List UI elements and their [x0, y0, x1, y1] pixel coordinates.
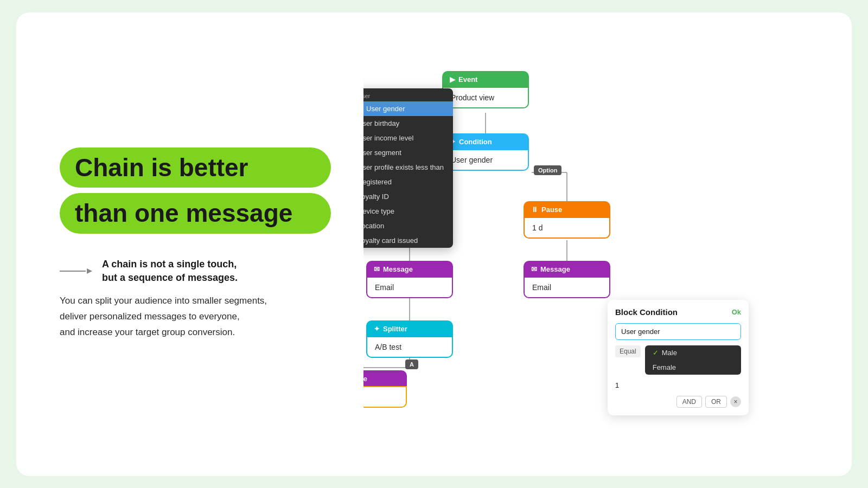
right-message-content: Email [532, 283, 551, 292]
event-icon: ▶ [450, 75, 455, 84]
bottom-message-node[interactable]: ⚠ Message Email [363, 370, 407, 408]
left-message-header: ✉ Message [366, 261, 453, 277]
chain-description: A chain is not a single touch,but a sequ… [60, 258, 331, 341]
block-condition-panel: Block Condition Ok User gender Equal ✓ M… [608, 300, 749, 415]
event-label: Event [458, 75, 477, 84]
headline-text-1: Chain is better [75, 153, 248, 182]
bc-logic-row: AND OR × [615, 396, 741, 408]
nodes-layer: ▶ Event Product view ✦ Condition User ge… [363, 12, 852, 476]
bc-num-value: 1 [615, 379, 619, 391]
user-dropdown[interactable]: User ✓ User gender User birthday User in… [363, 88, 453, 248]
headline-block: Chain is better than one message [60, 147, 331, 234]
condition-node-body: User gender [442, 149, 529, 171]
right-message-body: Email [524, 277, 610, 298]
body-description: You can split your audience into smaller… [60, 293, 331, 341]
bc-and-button[interactable]: AND [676, 396, 702, 408]
left-message-node[interactable]: ✉ Message Email [366, 261, 453, 298]
left-message-body: Email [366, 277, 453, 298]
dropdown-item-5[interactable]: Registered [363, 175, 453, 189]
dropdown-item-3[interactable]: User segment [363, 145, 453, 160]
bc-dropdown-item-male[interactable]: ✓ Male [645, 345, 741, 360]
right-pause-icon: ⏸ [531, 206, 538, 214]
splitter-body: A/B test [366, 336, 453, 358]
arrow-icon [60, 266, 92, 276]
dropdown-item-6[interactable]: Loyalty ID [363, 189, 453, 204]
bc-or-button[interactable]: OR [705, 396, 727, 408]
bottom-message-header: ⚠ Message [363, 370, 407, 386]
bc-close-button[interactable]: × [730, 396, 741, 407]
dropdown-item-1[interactable]: User birthday [363, 116, 453, 131]
bc-header: Block Condition Ok [615, 307, 741, 317]
event-content: Product view [451, 93, 494, 102]
splitter-content: A/B test [375, 343, 401, 351]
bc-title: Block Condition [615, 307, 678, 317]
right-message-header: ✉ Message [524, 261, 610, 277]
bc-operator-row: Equal ✓ Male Female [615, 345, 741, 375]
bc-ok-button[interactable]: Ok [732, 308, 741, 316]
option-label: Option [534, 165, 561, 175]
bold-description: A chain is not a single touch,but a sequ… [102, 258, 238, 285]
bc-operator: Equal [615, 345, 641, 357]
condition-content: User gender [451, 156, 493, 164]
dropdown-item-2[interactable]: User income level [363, 131, 453, 145]
left-message-content: Email [375, 283, 394, 292]
bottom-message-body: Email [363, 386, 407, 408]
splitter-header: ✦ Splitter [366, 320, 453, 336]
a-label: A [405, 359, 418, 369]
condition-label: Condition [459, 138, 492, 146]
left-panel: Chain is better than one message A chain… [16, 115, 363, 373]
check-icon-male: ✓ [653, 349, 659, 357]
splitter-label: Splitter [383, 325, 407, 333]
dropdown-section-label: User [363, 88, 453, 101]
bc-field-value: User gender [621, 328, 660, 336]
right-message-icon: ✉ [531, 265, 537, 273]
left-message-icon: ✉ [374, 265, 380, 273]
dropdown-item-9[interactable]: Loyalty card issued [363, 233, 453, 248]
splitter-icon: ✦ [374, 325, 380, 333]
right-pause-label: Pause [541, 206, 562, 214]
close-icon: × [733, 398, 737, 406]
bottom-message-label: Message [363, 375, 367, 383]
bc-field[interactable]: User gender [615, 323, 741, 340]
diagram-panel: ▶ Event Product view ✦ Condition User ge… [363, 12, 852, 476]
event-node[interactable]: ▶ Event Product view [442, 71, 529, 108]
event-node-body: Product view [442, 87, 529, 108]
main-card: Chain is better than one message A chain… [16, 12, 852, 476]
headline-line-1: Chain is better [60, 147, 331, 188]
arrow-text-row: A chain is not a single touch,but a sequ… [60, 258, 331, 285]
dropdown-item-0[interactable]: ✓ User gender [363, 101, 453, 116]
right-pause-node[interactable]: ⏸ Pause 1 d [524, 201, 610, 239]
condition-node[interactable]: ✦ Condition User gender [442, 133, 529, 171]
bc-value-dropdown[interactable]: ✓ Male Female [645, 345, 741, 375]
right-pause-content: 1 d [532, 223, 542, 232]
headline-text-2: than one message [75, 199, 292, 227]
dropdown-item-7[interactable]: Device type [363, 204, 453, 219]
bc-dropdown-item-female[interactable]: Female [645, 360, 741, 375]
right-message-label: Message [540, 265, 570, 273]
right-message-node[interactable]: ✉ Message Email [524, 261, 610, 298]
dropdown-item-8[interactable]: Location [363, 219, 453, 233]
right-pause-body: 1 d [524, 217, 610, 239]
condition-node-header: ✦ Condition [442, 133, 529, 149]
headline-line-2: than one message [60, 193, 331, 234]
splitter-node[interactable]: ✦ Splitter A/B test [366, 320, 453, 358]
dropdown-item-4[interactable]: User profile exists less than [363, 160, 453, 175]
event-node-header: ▶ Event [442, 71, 529, 87]
right-pause-header: ⏸ Pause [524, 201, 610, 217]
left-message-label: Message [383, 265, 413, 273]
